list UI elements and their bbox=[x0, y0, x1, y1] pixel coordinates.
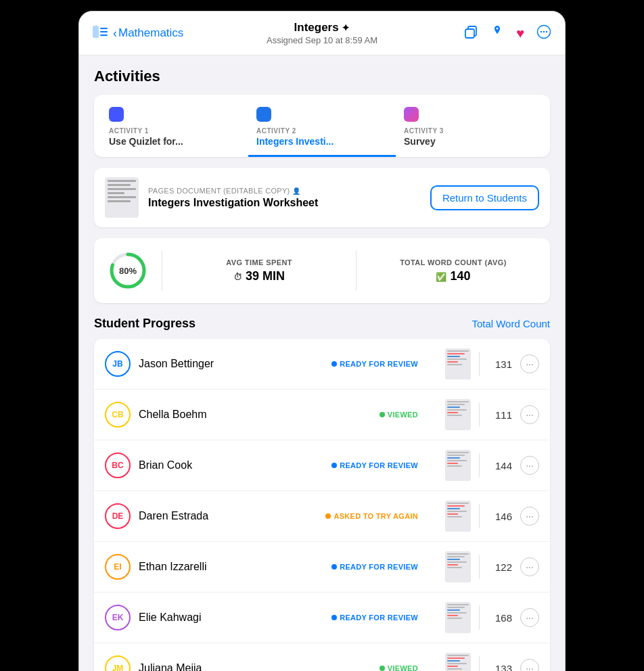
header-left: ‹ Mathematics bbox=[93, 26, 201, 41]
column-divider bbox=[479, 605, 480, 630]
student-name: Jason Bettinger bbox=[139, 358, 233, 370]
doc-mini-thumbnail bbox=[445, 501, 471, 532]
total-word-count-link[interactable]: Total Word Count bbox=[472, 318, 550, 329]
progress-title: Student Progress bbox=[94, 317, 196, 331]
status-badge: VIEWED bbox=[380, 411, 418, 419]
status-label: VIEWED bbox=[388, 664, 418, 671]
doc-mini-thumbnail bbox=[445, 450, 471, 481]
status-dot-icon bbox=[380, 412, 385, 417]
back-label: Mathematics bbox=[118, 26, 183, 40]
status-badge: VIEWED bbox=[380, 664, 418, 671]
table-row: BC Brian Cook READY FOR REVIEW 144 ··· bbox=[94, 440, 550, 491]
avatar: EK bbox=[105, 605, 131, 630]
thumb-line bbox=[108, 196, 136, 198]
tab-activity-3[interactable]: ACTIVITY 3 Survey bbox=[396, 101, 543, 157]
more-options-icon[interactable] bbox=[536, 24, 551, 43]
avatar: CB bbox=[105, 402, 131, 427]
doc-mini-thumbnail bbox=[445, 399, 471, 430]
more-options-button[interactable]: ··· bbox=[520, 405, 539, 424]
avatar: EI bbox=[105, 554, 131, 580]
student-name: Brian Cook bbox=[139, 459, 233, 471]
status-label: READY FOR REVIEW bbox=[340, 360, 418, 368]
thumb-line bbox=[108, 180, 136, 182]
pin-icon[interactable] bbox=[490, 24, 504, 43]
return-to-students-button[interactable]: Return to Students bbox=[430, 185, 539, 210]
status-badge: ASKED TO TRY AGAIN bbox=[325, 512, 418, 520]
doc-mini-thumbnail bbox=[445, 551, 471, 582]
tab-2-label: ACTIVITY 2 bbox=[256, 127, 388, 135]
student-name: Chella Boehm bbox=[139, 409, 233, 421]
header-right: ♥ bbox=[443, 24, 551, 43]
status-badge: READY FOR REVIEW bbox=[331, 563, 418, 571]
checkmark-icon: ✅ bbox=[436, 272, 446, 282]
tab-2-name: Integers Investi... bbox=[256, 136, 388, 147]
document-card: PAGES DOCUMENT (EDITABLE COPY) 👤 Integer… bbox=[94, 168, 550, 227]
word-count-cell: 133 bbox=[488, 663, 512, 672]
svg-point-9 bbox=[546, 30, 547, 32]
svg-point-8 bbox=[543, 30, 545, 32]
student-name: Elie Kahwagi bbox=[139, 611, 233, 624]
doc-mini-thumbnail bbox=[445, 653, 471, 671]
back-button[interactable]: ‹ Mathematics bbox=[113, 26, 183, 41]
thumb-line bbox=[108, 200, 131, 202]
more-options-button[interactable]: ··· bbox=[520, 507, 539, 526]
status-label: ASKED TO TRY AGAIN bbox=[334, 512, 418, 520]
more-options-button[interactable]: ··· bbox=[520, 608, 539, 627]
tab-1-name: Use Quizlet for... bbox=[109, 136, 240, 147]
thumb-line bbox=[108, 184, 131, 186]
quizlet-icon bbox=[109, 107, 124, 122]
progress-header: Student Progress Total Word Count bbox=[94, 317, 550, 331]
page-title: Integers ✦ bbox=[201, 21, 443, 34]
status-label: READY FOR REVIEW bbox=[340, 563, 418, 571]
table-row: DE Daren Estrada ASKED TO TRY AGAIN 146 … bbox=[94, 491, 550, 542]
status-label: VIEWED bbox=[388, 411, 418, 419]
sidebar-toggle-icon[interactable] bbox=[93, 26, 108, 41]
copy-icon[interactable] bbox=[463, 24, 478, 43]
doc-info: PAGES DOCUMENT (EDITABLE COPY) 👤 Integer… bbox=[148, 187, 421, 209]
favorite-icon[interactable]: ♥ bbox=[516, 26, 524, 41]
student-name: Daren Estrada bbox=[139, 510, 233, 522]
column-divider bbox=[479, 402, 480, 427]
more-options-button[interactable]: ··· bbox=[520, 354, 539, 373]
svg-rect-3 bbox=[100, 34, 108, 36]
avatar: BC bbox=[105, 453, 131, 478]
status-dot-icon bbox=[380, 666, 385, 671]
doc-thumbnail bbox=[105, 177, 139, 218]
column-divider bbox=[479, 555, 480, 579]
svg-point-5 bbox=[497, 27, 499, 29]
status-dot-icon bbox=[331, 361, 337, 367]
device-frame: ‹ Mathematics Integers ✦ Assigned Sep 10… bbox=[78, 11, 566, 671]
student-name: Ethan Izzarelli bbox=[139, 561, 233, 573]
thumb-line bbox=[108, 192, 124, 194]
progress-label: 80% bbox=[119, 266, 137, 276]
more-options-button[interactable]: ··· bbox=[520, 456, 539, 475]
avg-time-value: ⏱ 39 MIN bbox=[176, 269, 342, 283]
thumb-line bbox=[108, 188, 136, 190]
status-dot-icon bbox=[331, 463, 337, 468]
more-options-button[interactable]: ··· bbox=[520, 659, 539, 671]
status-label: READY FOR REVIEW bbox=[340, 461, 418, 469]
word-count-stat: TOTAL WORD COUNT (AVG) ✅ 140 bbox=[356, 249, 550, 293]
word-count-cell: 146 bbox=[488, 511, 512, 522]
main-content: Activities ACTIVITY 1 Use Quizlet for...… bbox=[79, 55, 565, 671]
doc-mini-thumbnail bbox=[445, 602, 471, 633]
person-icon: 👤 bbox=[292, 187, 300, 195]
tab-3-label: ACTIVITY 3 bbox=[404, 127, 535, 135]
status-label: READY FOR REVIEW bbox=[340, 614, 418, 622]
circle-container: 80% bbox=[108, 250, 148, 291]
column-divider bbox=[479, 453, 480, 478]
clock-icon: ⏱ bbox=[233, 272, 242, 282]
tab-activity-2[interactable]: ACTIVITY 2 Integers Investi... bbox=[248, 101, 396, 157]
sparkle-icon: ✦ bbox=[342, 22, 350, 33]
word-count-cell: 131 bbox=[488, 358, 512, 370]
header-center: Integers ✦ Assigned Sep 10 at 8:59 AM bbox=[201, 21, 443, 45]
word-count-cell: 168 bbox=[488, 612, 512, 624]
doc-name: Integers Investigation Worksheet bbox=[148, 197, 421, 209]
tab-activity-1[interactable]: ACTIVITY 1 Use Quizlet for... bbox=[101, 101, 248, 157]
table-row: JB Jason Bettinger READY FOR REVIEW 131 … bbox=[94, 339, 550, 390]
avatar: JM bbox=[105, 655, 131, 671]
app-header: ‹ Mathematics Integers ✦ Assigned Sep 10… bbox=[79, 11, 565, 55]
more-options-button[interactable]: ··· bbox=[520, 557, 539, 576]
table-row: EK Elie Kahwagi READY FOR REVIEW 168 ··· bbox=[94, 593, 550, 643]
status-dot-icon bbox=[331, 564, 337, 570]
